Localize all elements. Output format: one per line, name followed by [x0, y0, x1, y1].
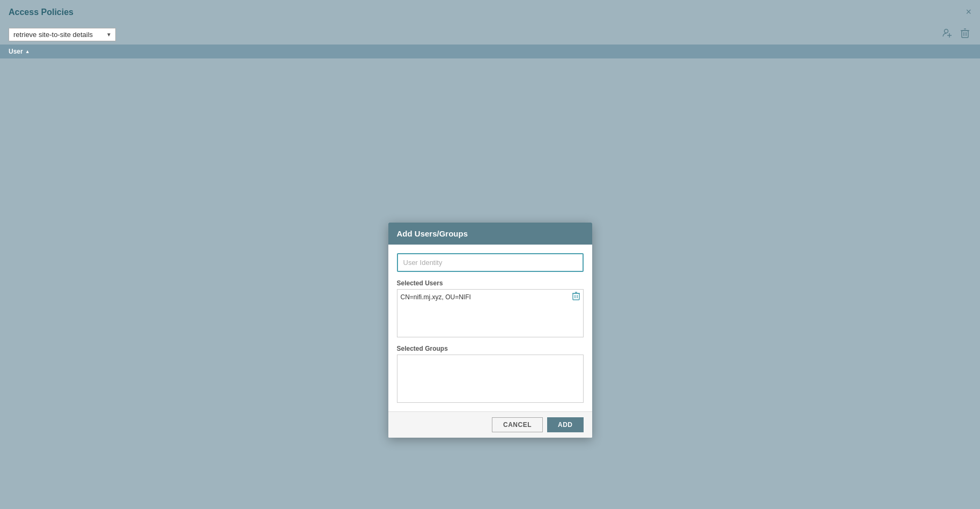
delete-button[interactable]: [959, 27, 971, 41]
remove-user-icon[interactable]: [572, 292, 580, 302]
add-users-groups-modal: Add Users/Groups Selected Users CN=nifi.…: [388, 223, 592, 438]
toolbar-row: retrieve site-to-site details view the c…: [0, 24, 980, 45]
add-user-button[interactable]: [940, 27, 954, 41]
modal-footer: CANCEL ADD: [388, 411, 592, 438]
page-background: Access Policies × retrieve site-to-site …: [0, 0, 980, 509]
list-item: CN=nifi.mj.xyz, OU=NIFI: [397, 290, 583, 304]
table-header-row: User ▲: [0, 45, 980, 58]
col-header-user[interactable]: User ▲: [9, 48, 30, 55]
top-bar: Access Policies ×: [0, 0, 980, 24]
svg-rect-8: [573, 293, 579, 300]
policy-dropdown[interactable]: retrieve site-to-site details view the c…: [9, 28, 116, 41]
modal-header: Add Users/Groups: [388, 223, 592, 245]
close-icon[interactable]: ×: [966, 6, 971, 18]
selected-users-listbox[interactable]: CN=nifi.mj.xyz, OU=NIFI: [397, 289, 584, 337]
selected-groups-listbox[interactable]: [397, 355, 584, 403]
modal-title: Add Users/Groups: [397, 229, 468, 238]
col-user-label: User: [9, 48, 23, 55]
user-identity-input[interactable]: [397, 253, 584, 272]
svg-rect-3: [962, 31, 968, 38]
selected-users-label: Selected Users: [397, 279, 584, 287]
page-title: Access Policies: [9, 8, 73, 17]
add-button[interactable]: ADD: [547, 417, 584, 432]
svg-point-0: [945, 29, 948, 33]
policy-dropdown-wrapper: retrieve site-to-site details view the c…: [9, 28, 116, 41]
toolbar-actions: [940, 27, 971, 41]
col-user-sort: ▲: [25, 49, 30, 54]
cancel-button[interactable]: CANCEL: [492, 417, 543, 432]
selected-user-value: CN=nifi.mj.xyz, OU=NIFI: [401, 293, 572, 301]
selected-groups-label: Selected Groups: [397, 345, 584, 352]
modal-body: Selected Users CN=nifi.mj.xyz, OU=NIFI: [388, 245, 592, 411]
